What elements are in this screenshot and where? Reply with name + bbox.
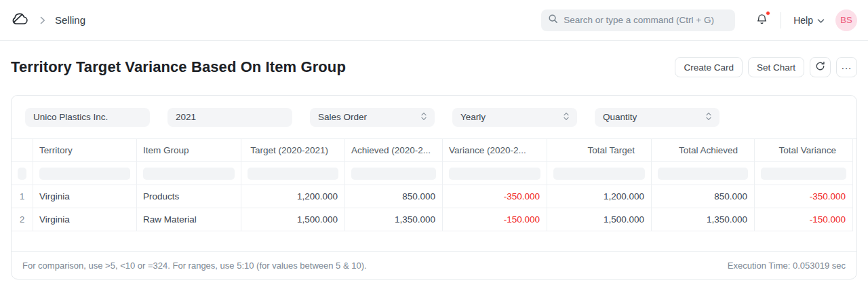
create-card-button[interactable]: Create Card [675, 57, 743, 77]
card-footer: For comparison, use >5, <10 or =324. For… [12, 251, 856, 279]
filter-placeholder [351, 168, 436, 180]
cell-achieved[interactable]: 850.000 [345, 185, 443, 208]
table-empty-space [12, 231, 856, 251]
period-filter-value: Yearly [460, 112, 486, 122]
search-input[interactable] [564, 15, 728, 25]
column-header-variance[interactable]: Variance (2020-2... [443, 139, 547, 162]
filter-placeholder [248, 168, 338, 180]
filter-placeholder [39, 168, 130, 180]
column-header-index [12, 139, 33, 162]
doctype-filter-select[interactable]: Sales Order [310, 108, 435, 127]
cell-achieved[interactable]: 1,350.000 [345, 208, 443, 231]
target-on-filter-value: Quantity [603, 112, 637, 122]
filter-bar: Sales Order Yearly Quantity [12, 96, 856, 138]
query-report-card: Sales Order Yearly Quantity [11, 95, 857, 280]
page-header: Territory Target Variance Based On Item … [11, 57, 857, 77]
navbar: Selling Help [0, 0, 868, 41]
cell-total-variance[interactable]: -150.000 [755, 208, 853, 231]
doctype-filter-value: Sales Order [318, 112, 367, 122]
column-header-achieved[interactable]: Achieved (2020-2... [345, 139, 443, 162]
cell-variance[interactable]: -150.000 [443, 208, 547, 231]
column-header-territory[interactable]: Territory [33, 139, 137, 162]
navbar-divider [781, 12, 781, 28]
breadcrumb-selling[interactable]: Selling [55, 14, 85, 26]
column-header-total-variance[interactable]: Total Variance [755, 139, 853, 162]
column-filter-item-group[interactable] [137, 162, 241, 185]
column-filter-variance[interactable] [443, 162, 547, 185]
ellipsis-icon: ... [842, 60, 852, 75]
cell-item-group[interactable]: Products [137, 185, 241, 208]
cell-total-target[interactable]: 1,200.000 [547, 185, 652, 208]
report-table: Territory Item Group Target (2020-2021) … [12, 138, 856, 231]
chevron-updown-icon [564, 112, 569, 123]
target-on-filter-select[interactable]: Quantity [595, 108, 719, 127]
cell-target[interactable]: 1,500.000 [241, 208, 345, 231]
refresh-icon [815, 61, 825, 73]
fiscal-year-filter-input[interactable] [167, 108, 292, 127]
navbar-right: Help BS [541, 9, 857, 31]
filter-placeholder [449, 168, 540, 180]
filter-placeholder [553, 168, 645, 180]
refresh-button[interactable] [810, 57, 831, 77]
cell-total-achieved[interactable]: 850.000 [652, 185, 755, 208]
chevron-updown-icon [421, 112, 427, 123]
cloud-slash-logo-icon [11, 12, 29, 28]
execution-time: Execution Time: 0.053019 sec [728, 261, 846, 271]
search-icon [548, 14, 558, 26]
filter-placeholder [143, 168, 235, 180]
navbar-left: Selling [11, 12, 85, 28]
cell-territory[interactable]: Virginia [33, 208, 137, 231]
filter-placeholder [761, 168, 846, 180]
column-header-total-achieved[interactable]: Total Achieved [652, 139, 755, 162]
cell-total-target[interactable]: 1,500.000 [547, 208, 652, 231]
column-filter-index[interactable] [12, 162, 33, 185]
more-options-button[interactable]: ... [836, 57, 857, 77]
column-filter-total-variance[interactable] [755, 162, 853, 185]
page-title: Territory Target Variance Based On Item … [11, 58, 346, 76]
row-index: 1 [12, 185, 33, 208]
user-avatar[interactable]: BS [835, 9, 857, 31]
column-filter-total-target[interactable] [547, 162, 652, 185]
set-chart-button[interactable]: Set Chart [748, 57, 804, 77]
company-filter-input[interactable] [25, 108, 150, 127]
column-header-total-target[interactable]: Total Target [547, 139, 652, 162]
toolbar: Create Card Set Chart ... [675, 57, 857, 77]
column-header-target[interactable]: Target (2020-2021) [241, 139, 345, 162]
column-filter-achieved[interactable] [345, 162, 443, 185]
column-filter-target[interactable] [241, 162, 345, 185]
cell-target[interactable]: 1,200.000 [241, 185, 345, 208]
cell-territory[interactable]: Virginia [33, 185, 137, 208]
notifications-button[interactable] [755, 12, 768, 28]
help-label: Help [793, 15, 813, 26]
notification-dot [766, 11, 770, 16]
app-logo[interactable] [11, 12, 29, 28]
help-menu[interactable]: Help [793, 15, 825, 26]
filter-placeholder [658, 168, 748, 180]
chevron-down-icon [817, 15, 825, 26]
chevron-updown-icon [706, 112, 711, 123]
cell-total-achieved[interactable]: 1,350.000 [652, 208, 755, 231]
cell-item-group[interactable]: Raw Material [137, 208, 241, 231]
cell-total-variance[interactable]: -350.000 [755, 185, 853, 208]
column-filter-territory[interactable] [33, 162, 137, 185]
cell-variance[interactable]: -350.000 [443, 185, 547, 208]
filter-placeholder [18, 168, 26, 180]
column-filter-total-achieved[interactable] [652, 162, 755, 185]
filter-hint-text: For comparison, use >5, <10 or =324. For… [22, 261, 367, 271]
period-filter-select[interactable]: Yearly [452, 108, 577, 127]
global-search[interactable] [541, 9, 735, 31]
column-header-item-group[interactable]: Item Group [137, 139, 241, 162]
chevron-right-icon [40, 16, 45, 24]
row-index: 2 [12, 208, 33, 231]
